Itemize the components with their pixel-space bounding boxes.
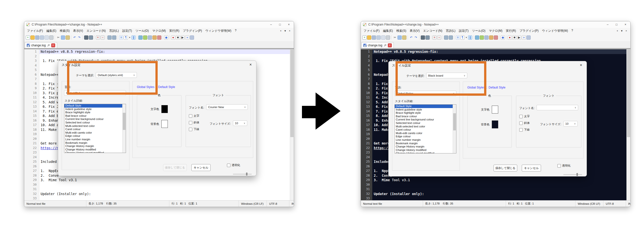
style-list-item[interactable]: Multi-selected text color: [64, 124, 126, 128]
checkbox-box[interactable]: [189, 121, 192, 124]
menu-item[interactable]: マクロ(M): [487, 29, 504, 33]
pin-icon[interactable]: [384, 44, 386, 47]
scrollbar-thumb[interactable]: [290, 50, 294, 137]
style-list-item[interactable]: Edge colour: [395, 135, 456, 138]
style-list-item[interactable]: Current line background colour: [64, 117, 126, 121]
checkbox-box[interactable]: [519, 128, 523, 132]
menu-item[interactable]: ツール(O): [470, 29, 487, 33]
menu-item[interactable]: ファイル(F): [362, 29, 381, 33]
close-button[interactable]: ×: [284, 21, 293, 28]
menu-item[interactable]: 表示(V): [408, 29, 421, 33]
menu-item[interactable]: ツール(O): [134, 29, 150, 33]
zoom-out-icon[interactable]: −: [100, 36, 105, 40]
save-icon[interactable]: [372, 36, 376, 40]
redo-icon[interactable]: ↷: [77, 36, 82, 40]
dialog-close-icon[interactable]: ×: [250, 63, 252, 67]
menu-item[interactable]: エンコード(N): [85, 29, 108, 33]
macro-stop-icon[interactable]: ■: [176, 36, 180, 40]
close-button[interactable]: ×: [621, 21, 630, 28]
save-close-button[interactable]: 保存して閉じる: [494, 165, 517, 171]
document-map-icon[interactable]: [143, 36, 147, 40]
font-size-dropdown[interactable]: 10 ∨: [233, 120, 247, 126]
macro-stop-icon[interactable]: ■: [512, 36, 516, 40]
menu-item[interactable]: ?: [570, 29, 575, 33]
font-name-dropdown[interactable]: Courier New ∨: [206, 104, 248, 110]
style-list-item[interactable]: Bad brace colour: [64, 114, 126, 118]
vertical-scrollbar[interactable]: [626, 49, 630, 200]
italic-checkbox[interactable]: 斜体: [189, 121, 199, 124]
menu-item[interactable]: 言語(L): [108, 29, 120, 33]
symbols-dropdown-icon[interactable]: ▾: [465, 36, 468, 40]
folder-workspace-icon[interactable]: [489, 36, 493, 40]
menu-item[interactable]: 設定(T): [457, 29, 470, 33]
menu-item[interactable]: 実行(R): [168, 29, 181, 33]
title-bar[interactable]: C:\Program Files\Notepad++\change.log - …: [24, 21, 294, 28]
file-browser-icon[interactable]: [494, 36, 498, 40]
style-list-item[interactable]: Bookmark margin: [395, 142, 456, 145]
macro-save-icon[interactable]: [190, 36, 194, 40]
underline-checkbox[interactable]: 下線: [519, 128, 530, 132]
save-copy-icon[interactable]: [40, 36, 44, 40]
maximize-button[interactable]: □: [612, 21, 621, 28]
open-folder-icon[interactable]: [367, 36, 371, 40]
menu-item[interactable]: プラグイン(P): [518, 29, 540, 33]
replace-icon[interactable]: [426, 36, 430, 40]
show-symbols-icon[interactable]: ¶: [460, 36, 464, 40]
sync-vertical-icon[interactable]: [444, 36, 448, 40]
save-all-icon[interactable]: [44, 36, 49, 40]
font-name-dropdown[interactable]: ∨: [536, 105, 578, 110]
cut-icon[interactable]: ✂: [393, 36, 397, 40]
style-list-item[interactable]: Multi-edit carets color: [64, 131, 126, 135]
cut-icon[interactable]: ✂: [56, 36, 60, 40]
transparency-slider[interactable]: [563, 173, 582, 176]
foreground-colour-swatch[interactable]: [492, 106, 498, 114]
find-icon[interactable]: [421, 36, 425, 40]
style-list[interactable]: Default StyleIndent guideline styleBrace…: [394, 104, 456, 153]
redo-icon[interactable]: ↷: [414, 36, 418, 40]
background-colour-swatch[interactable]: [161, 120, 168, 128]
zoom-in-icon[interactable]: +: [432, 36, 436, 40]
style-list-scrollbar[interactable]: [122, 104, 126, 153]
style-list-item[interactable]: Bookmark margin: [64, 141, 126, 145]
save-close-button[interactable]: 保存して閉じる: [163, 164, 187, 171]
italic-checkbox[interactable]: 斜体: [519, 121, 530, 125]
transparency-slider[interactable]: [233, 172, 252, 176]
checkbox-box[interactable]: [227, 164, 230, 167]
paste-icon[interactable]: [66, 36, 70, 40]
new-file-icon[interactable]: +: [26, 36, 30, 40]
style-list-item[interactable]: Line number margin: [395, 138, 456, 142]
style-list-item[interactable]: Change History margin: [395, 145, 456, 148]
tab-close-icon[interactable]: ×: [388, 43, 392, 47]
style-list-item[interactable]: Change History margin: [64, 144, 126, 148]
style-list-scrollbar-thumb[interactable]: [453, 113, 456, 130]
new-file-icon[interactable]: +: [362, 36, 366, 40]
slider-thumb[interactable]: [576, 173, 578, 176]
style-list-item[interactable]: Edge colour: [64, 134, 126, 138]
style-list-item[interactable]: Indent guideline style: [64, 108, 126, 111]
zoom-out-icon[interactable]: −: [437, 36, 441, 40]
print-icon[interactable]: [386, 36, 390, 40]
style-list-item[interactable]: Caret colour: [64, 128, 126, 131]
style-list[interactable]: Default StyleIndent guideline styleBrace…: [64, 104, 126, 153]
title-bar[interactable]: C:\Program Files\Notepad++\change.log - …: [361, 21, 630, 28]
menu-item[interactable]: 検索(S): [58, 29, 71, 33]
menu-extra-button[interactable]: ×: [289, 30, 290, 32]
style-list-item[interactable]: Caret colour: [395, 128, 456, 132]
save-all-icon[interactable]: [381, 36, 385, 40]
macro-run-multi-icon[interactable]: »: [522, 36, 526, 40]
cancel-button[interactable]: キャンセル: [522, 165, 541, 171]
menu-extra-button[interactable]: ▼: [284, 30, 286, 32]
menu-item[interactable]: 言語(L): [444, 29, 457, 33]
symbols-dropdown-icon[interactable]: ▾: [128, 36, 131, 40]
find-icon[interactable]: [84, 36, 88, 40]
style-list-item[interactable]: Change History modified: [395, 148, 456, 152]
menu-item[interactable]: 設定(T): [120, 29, 134, 33]
menu-item[interactable]: エンコード(N): [421, 29, 444, 33]
word-wrap-icon[interactable]: ≡: [119, 36, 123, 40]
document-list-icon[interactable]: [484, 36, 488, 40]
document-list-icon[interactable]: [148, 36, 152, 40]
sync-horizontal-icon[interactable]: [112, 36, 116, 40]
style-list-scrollbar-thumb[interactable]: [123, 113, 126, 130]
style-list-item[interactable]: Brace highlight style: [395, 111, 456, 115]
style-list-scrollbar[interactable]: [453, 105, 456, 153]
